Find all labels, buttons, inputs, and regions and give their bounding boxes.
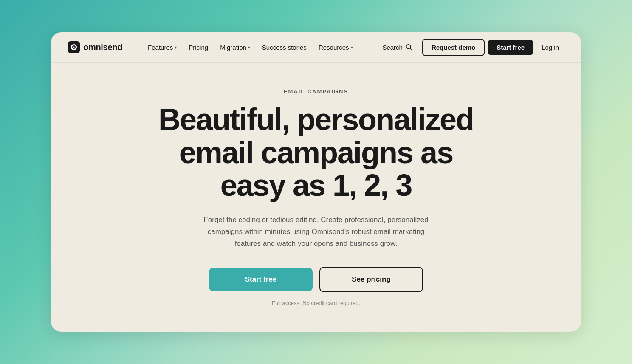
- login-button[interactable]: Log in: [536, 40, 564, 55]
- hero-title: Beautiful, personalized email campaigns …: [150, 103, 482, 202]
- nav-links: Features ▾ Pricing Migration ▾ Success s…: [143, 40, 376, 54]
- logo[interactable]: omnisend: [68, 41, 122, 53]
- search-button[interactable]: Search: [376, 40, 419, 54]
- hero-section: EMAIL CAMPAIGNS Beautiful, personalized …: [51, 63, 581, 332]
- omnisend-logo-icon: [68, 41, 80, 53]
- svg-rect-1: [73, 47, 75, 48]
- fine-print: Full access. No credit card required.: [272, 300, 360, 306]
- start-free-nav-button[interactable]: Start free: [488, 40, 533, 55]
- request-demo-button[interactable]: Request demo: [422, 39, 485, 56]
- features-chevron-icon: ▾: [175, 45, 177, 50]
- brand-name: omnisend: [83, 42, 122, 52]
- nav-success-stories[interactable]: Success stories: [257, 40, 312, 54]
- hero-subtitle: Forget the coding or tedious editing. Cr…: [197, 214, 435, 250]
- search-icon: [405, 43, 413, 51]
- svg-line-3: [410, 48, 412, 50]
- main-card: omnisend Features ▾ Pricing Migration ▾ …: [51, 32, 581, 332]
- hero-cta-group: Start free See pricing: [209, 267, 423, 292]
- hero-eyebrow: EMAIL CAMPAIGNS: [284, 88, 348, 95]
- nav-resources[interactable]: Resources ▾: [313, 40, 358, 54]
- nav-migration[interactable]: Migration ▾: [215, 40, 255, 54]
- nav-pricing[interactable]: Pricing: [183, 40, 213, 54]
- migration-chevron-icon: ▾: [248, 45, 250, 50]
- nav-features[interactable]: Features ▾: [143, 40, 182, 54]
- navbar: omnisend Features ▾ Pricing Migration ▾ …: [51, 32, 581, 63]
- nav-right-actions: Search Request demo Start free Log in: [376, 39, 564, 56]
- resources-chevron-icon: ▾: [351, 45, 353, 50]
- start-free-hero-button[interactable]: Start free: [209, 268, 313, 291]
- see-pricing-button[interactable]: See pricing: [319, 267, 423, 292]
